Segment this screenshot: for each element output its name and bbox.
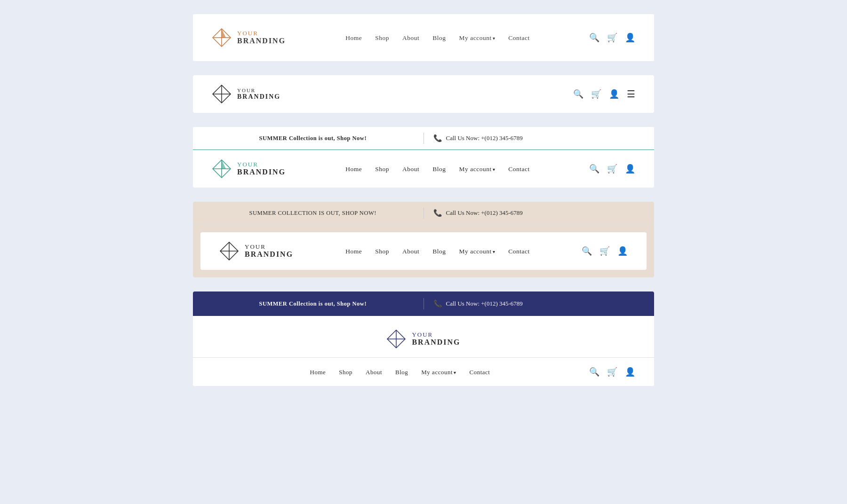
nav-about-1[interactable]: About	[402, 33, 419, 42]
nav-shop-4[interactable]: Shop	[375, 247, 389, 255]
nav-about-3[interactable]: About	[402, 165, 419, 173]
logo-4[interactable]: YOUR BRANDING	[219, 241, 295, 261]
nav-home-4[interactable]: Home	[345, 247, 362, 255]
page-wrapper: YOUR BRANDING Home Shop About Blog My ac…	[184, 14, 663, 386]
navbar-variant-1: YOUR BRANDING Home Shop About Blog My ac…	[193, 14, 654, 61]
nav-contact-5[interactable]: Contact	[470, 368, 490, 376]
nav-shop-5[interactable]: Shop	[339, 368, 352, 376]
logo-diamond-2	[212, 84, 232, 104]
logo-text-3: YOUR BRANDING	[237, 161, 286, 176]
nav-bar-1: YOUR BRANDING Home Shop About Blog My ac…	[193, 14, 654, 61]
search-icon-5[interactable]: 🔍	[589, 368, 599, 376]
announce-divider-3	[424, 133, 424, 144]
logo-5[interactable]: YOUR BRANDING	[386, 329, 461, 349]
logo-diamond-3	[212, 159, 232, 179]
logo-text-1: YOUR BRANDING	[237, 30, 286, 45]
nav-shop-3[interactable]: Shop	[375, 165, 389, 173]
nav-bar-5: Home Shop About Blog My account▾ Contact…	[193, 358, 654, 386]
logo-3[interactable]: YOUR BRANDING	[212, 159, 287, 179]
announce-text-5: SUMMER Collection is out, Shop Now!	[212, 300, 414, 307]
nav-icons-1: 🔍 🛒 👤	[588, 33, 635, 42]
nav-bar-2: YOUR BRANDING 🔍 🛒 👤 ☰	[193, 75, 654, 113]
nav-links-3: Home Shop About Blog My account▾ Contact	[287, 165, 588, 173]
search-icon-1[interactable]: 🔍	[589, 33, 599, 42]
announce-text-3: SUMMER Collection is out, Shop Now!	[212, 135, 414, 142]
nav-blog-3[interactable]: Blog	[432, 165, 446, 173]
logo-text-2: YOUR BRANDING	[237, 87, 280, 100]
navbar-variant-2: YOUR BRANDING 🔍 🛒 👤 ☰	[193, 75, 654, 113]
hamburger-icon-2[interactable]: ☰	[627, 89, 635, 99]
navbar-variant-5: SUMMER Collection is out, Shop Now! 📞 Ca…	[193, 291, 654, 386]
logo-text-4: YOUR BRANDING	[245, 244, 293, 259]
cart-icon-2[interactable]: 🛒	[591, 90, 601, 98]
cart-icon-3[interactable]: 🛒	[607, 165, 617, 173]
nav-links-4: Home Shop About Blog My account▾ Contact	[295, 247, 581, 255]
navbar-variant-4: SUMMER COLLECTION IS OUT, SHOP NOW! 📞 Ca…	[193, 202, 654, 277]
cart-icon-5[interactable]: 🛒	[607, 368, 617, 376]
cart-icon-4[interactable]: 🛒	[599, 247, 610, 255]
search-icon-2[interactable]: 🔍	[573, 90, 583, 98]
logo-section-5: YOUR BRANDING	[193, 316, 654, 358]
nav-bar-4: YOUR BRANDING Home Shop About Blog My ac…	[200, 232, 647, 270]
phone-icon-4: 📞	[433, 209, 442, 217]
search-icon-4[interactable]: 🔍	[582, 247, 592, 255]
announce-bar-4: SUMMER COLLECTION IS OUT, SHOP NOW! 📞 Ca…	[193, 202, 654, 225]
phone-icon-5: 📞	[433, 299, 442, 308]
announce-divider-5	[424, 298, 424, 309]
nav-shop-1[interactable]: Shop	[375, 33, 389, 42]
cart-icon-1[interactable]: 🛒	[607, 33, 617, 42]
nav-bar-3: YOUR BRANDING Home Shop About Blog My ac…	[193, 150, 654, 188]
announce-text-4: SUMMER COLLECTION IS OUT, SHOP NOW!	[212, 210, 414, 217]
announce-phone-3: 📞 Call Us Now: +(012) 345-6789	[433, 134, 636, 142]
logo-1[interactable]: YOUR BRANDING	[212, 28, 287, 47]
announce-bar-3: SUMMER Collection is out, Shop Now! 📞 Ca…	[193, 127, 654, 150]
nav-inner-card-4: YOUR BRANDING Home Shop About Blog My ac…	[200, 232, 647, 270]
nav-blog-1[interactable]: Blog	[432, 33, 446, 42]
navbar-variant-3: SUMMER Collection is out, Shop Now! 📞 Ca…	[193, 127, 654, 188]
nav-contact-4[interactable]: Contact	[508, 247, 530, 255]
nav-icons-4: 🔍 🛒 👤	[581, 247, 628, 255]
user-icon-4[interactable]: 👤	[617, 247, 628, 255]
announce-phone-5: 📞 Call Us Now: +(012) 345-6789	[433, 299, 636, 308]
nav-links-1: Home Shop About Blog My account▾ Contact	[287, 33, 588, 42]
search-icon-3[interactable]: 🔍	[589, 165, 599, 173]
nav-links-5: Home Shop About Blog My account▾ Contact	[212, 368, 588, 376]
logo-2[interactable]: YOUR BRANDING	[212, 84, 287, 104]
logo-diamond-1	[212, 28, 232, 47]
nav-home-5[interactable]: Home	[310, 368, 326, 376]
nav-icons-3: 🔍 🛒 👤	[588, 165, 635, 173]
user-icon-5[interactable]: 👤	[625, 368, 635, 376]
nav-home-1[interactable]: Home	[345, 33, 362, 42]
logo-text-5: YOUR BRANDING	[412, 331, 460, 346]
announce-divider-4	[424, 207, 424, 219]
nav-icons-2: 🔍 🛒 👤 ☰	[573, 89, 635, 99]
nav-about-4[interactable]: About	[402, 247, 419, 255]
logo-diamond-5	[386, 329, 406, 349]
announce-bar-5: SUMMER Collection is out, Shop Now! 📞 Ca…	[193, 291, 654, 316]
nav-myaccount-4[interactable]: My account▾	[459, 247, 495, 255]
nav-icons-5: 🔍 🛒 👤	[588, 368, 635, 376]
nav-blog-5[interactable]: Blog	[395, 368, 408, 376]
nav-contact-3[interactable]: Contact	[508, 165, 530, 173]
logo-diamond-4	[219, 241, 239, 261]
svg-marker-3	[222, 29, 226, 38]
nav-myaccount-5[interactable]: My account▾	[421, 368, 456, 376]
nav-blog-4[interactable]: Blog	[432, 247, 446, 255]
nav-contact-1[interactable]: Contact	[508, 33, 530, 42]
announce-phone-4: 📞 Call Us Now: +(012) 345-6789	[433, 209, 636, 217]
nav-myaccount-1[interactable]: My account▾	[459, 33, 495, 42]
phone-icon-3: 📞	[433, 134, 442, 142]
user-icon-3[interactable]: 👤	[625, 165, 635, 173]
nav-about-5[interactable]: About	[366, 368, 382, 376]
nav-home-3[interactable]: Home	[345, 165, 362, 173]
user-icon-2[interactable]: 👤	[609, 90, 619, 98]
user-icon-1[interactable]: 👤	[625, 33, 635, 42]
svg-marker-10	[222, 160, 226, 169]
nav-myaccount-3[interactable]: My account▾	[459, 165, 495, 173]
